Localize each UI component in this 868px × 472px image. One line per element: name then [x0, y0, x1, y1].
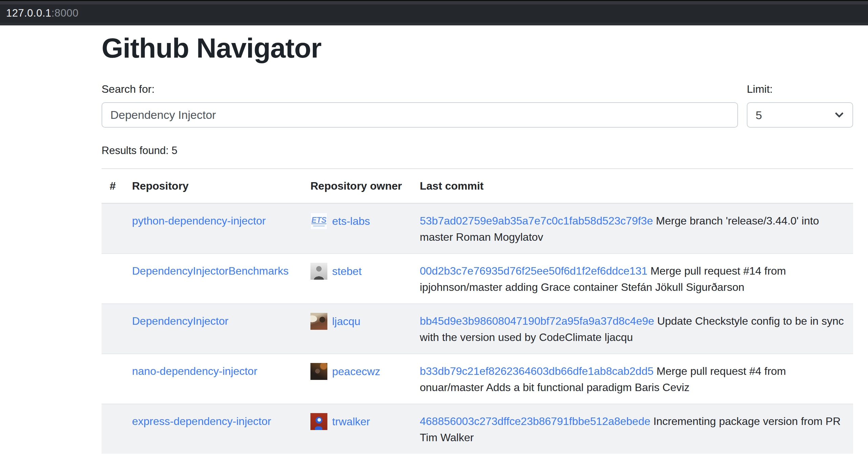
- limit-select-wrap: 5: [747, 102, 853, 128]
- table-row: DependencyInjector ljacqu bb45d9e3b98608…: [102, 304, 853, 354]
- col-header-repository: Repository: [124, 169, 302, 203]
- table-row: express-dependency-injector trwalker 468…: [102, 404, 853, 454]
- table-row: python-dependency-injector ETS ets-labs …: [102, 203, 853, 254]
- commit-sha-link[interactable]: 468856003c273dffce23b86791fbbe512a8ebede: [420, 415, 650, 427]
- ets-logo-underline: [313, 226, 325, 227]
- row-number-cell: [102, 404, 124, 454]
- repository-link[interactable]: python-dependency-injector: [132, 215, 266, 227]
- table-header-row: # Repository Repository owner Last commi…: [102, 169, 853, 203]
- url-port: :8000: [51, 7, 79, 19]
- avatar-stebet: [310, 263, 327, 280]
- avatar-ljacqu: [310, 313, 327, 330]
- row-number-cell: [102, 354, 124, 404]
- col-header-last-commit: Last commit: [412, 169, 853, 203]
- owner-link[interactable]: ljacqu: [332, 313, 361, 329]
- url-host: 127.0.0.1: [6, 7, 51, 19]
- search-field-group: Search for:: [102, 83, 738, 128]
- avatar-ets-labs: ETS: [310, 213, 327, 230]
- limit-field-group: Limit: 5: [747, 83, 853, 128]
- repository-link[interactable]: DependencyInjectorBenchmarks: [132, 265, 288, 277]
- repositories-table: # Repository Repository owner Last commi…: [102, 168, 853, 454]
- repository-link[interactable]: express-dependency-injector: [132, 415, 271, 427]
- limit-select[interactable]: 5: [747, 102, 853, 128]
- page-title: Github Navigator: [102, 34, 853, 63]
- commit-sha-link[interactable]: b33db79c21ef8262364603db66dfe1ab8cab2dd5: [420, 365, 653, 377]
- col-header-number: #: [102, 169, 124, 203]
- commit-sha-link[interactable]: bb45d9e3b98608047190bf72a95fa9a37d8c4e9e: [420, 315, 654, 327]
- page-container: Github Navigator Search for: Limit: 5 Re…: [102, 34, 853, 454]
- col-header-owner: Repository owner: [302, 169, 412, 203]
- commit-sha-link[interactable]: 53b7ad02759e9ab35a7e7c0c1fab58d523c79f3e: [420, 215, 653, 227]
- results-count-text: Results found: 5: [102, 145, 853, 157]
- owner-link[interactable]: ets-labs: [332, 213, 370, 229]
- table-row: nano-dependency-injector peacecwz b33db7…: [102, 354, 853, 404]
- limit-label: Limit:: [747, 83, 853, 95]
- row-number-cell: [102, 304, 124, 354]
- search-form: Search for: Limit: 5: [102, 83, 853, 128]
- owner-link[interactable]: stebet: [332, 263, 362, 279]
- row-number-cell: [102, 254, 124, 304]
- search-input[interactable]: [102, 102, 738, 128]
- owner-link[interactable]: trwalker: [332, 413, 370, 430]
- address-bar-url[interactable]: 127.0.0.1:8000: [6, 3, 79, 23]
- table-row: DependencyInjectorBenchmarks stebet 00d2…: [102, 254, 853, 304]
- search-label: Search for:: [102, 83, 738, 95]
- browser-address-bar: 127.0.0.1:8000: [0, 0, 868, 25]
- repository-link[interactable]: DependencyInjector: [132, 315, 229, 327]
- commit-sha-link[interactable]: 00d2b3c7e76935d76f25ee50f6d1f2ef6ddce131: [420, 265, 648, 277]
- ets-logo-text: ETS: [311, 216, 327, 224]
- avatar-trwalker: [310, 413, 327, 430]
- row-number-cell: [102, 203, 124, 254]
- repository-link[interactable]: nano-dependency-injector: [132, 365, 257, 377]
- avatar-peacecwz: [310, 363, 327, 380]
- owner-link[interactable]: peacecwz: [332, 363, 380, 380]
